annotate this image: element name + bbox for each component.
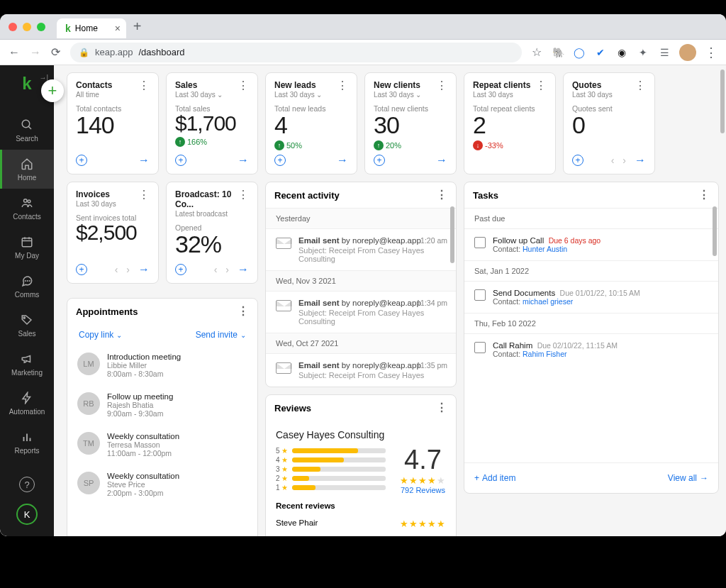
reload-button[interactable]: ⟳ xyxy=(51,45,60,59)
trend-up-icon: ↑ xyxy=(175,137,185,147)
kpi-value: 30 xyxy=(374,111,447,139)
forward-button[interactable]: → xyxy=(30,46,41,59)
nav-search[interactable]: Search xyxy=(0,111,54,150)
mail-icon xyxy=(276,238,291,249)
next-icon[interactable]: › xyxy=(225,264,229,275)
close-window[interactable] xyxy=(9,23,17,31)
kpi-menu-icon[interactable]: ⋮ xyxy=(238,80,249,91)
ext-puzzle-icon[interactable]: ✦ xyxy=(637,46,649,59)
send-invite-button[interactable]: Send invite ⌄ xyxy=(196,330,246,340)
browser-tab[interactable]: k Home × xyxy=(57,18,126,38)
svg-point-2 xyxy=(24,199,28,203)
ext-evernote-icon[interactable]: 🐘 xyxy=(552,46,564,59)
ext-4-icon[interactable]: ◉ xyxy=(615,46,628,59)
activity-item[interactable]: Email sent by noreply@keap.appSubject: R… xyxy=(266,291,456,333)
add-task-button[interactable]: + Add item xyxy=(474,473,515,483)
next-icon[interactable]: › xyxy=(126,264,130,275)
arrow-right-icon[interactable]: → xyxy=(436,154,447,167)
lock-icon: 🔒 xyxy=(79,48,89,57)
kpi-broadcast-co-: Broadcast: 10 Co...Latest broadcast⋮Open… xyxy=(166,182,258,284)
task-item[interactable]: Follow up Call Due 6 days agoContact: Hu… xyxy=(464,228,718,260)
next-icon[interactable]: › xyxy=(622,155,626,166)
copy-link-button[interactable]: Copy link ⌄ xyxy=(79,330,122,340)
chevron-down-icon: ⌄ xyxy=(240,331,246,339)
nav-home[interactable]: Home xyxy=(0,150,54,189)
ext-3-icon[interactable]: ✔ xyxy=(594,46,607,59)
add-icon[interactable]: + xyxy=(175,264,186,275)
ext-2-icon[interactable]: ◯ xyxy=(573,46,586,59)
activity-item[interactable]: Email sent by noreply@keap.appSubject: R… xyxy=(266,228,456,270)
close-tab-icon[interactable]: × xyxy=(115,23,121,34)
reviews-menu-icon[interactable]: ⋮ xyxy=(436,402,447,414)
add-icon[interactable]: + xyxy=(76,155,87,166)
arrow-right-icon[interactable]: → xyxy=(138,154,150,167)
svg-point-3 xyxy=(28,200,30,203)
nav-reports[interactable]: Reports xyxy=(0,423,54,462)
nav-sales[interactable]: Sales xyxy=(0,306,54,345)
back-button[interactable]: ← xyxy=(9,46,20,59)
scrollbar[interactable] xyxy=(720,70,725,133)
appointment-item[interactable]: RBFollow up meetingRajesh Bhatia9:00am -… xyxy=(76,385,249,425)
arrow-right-icon[interactable]: → xyxy=(238,263,249,276)
nav-contacts[interactable]: Contacts xyxy=(0,189,54,228)
activity-menu-icon[interactable]: ⋮ xyxy=(436,189,447,201)
appointments-menu-icon[interactable]: ⋮ xyxy=(238,306,249,317)
bookmark-icon[interactable]: ☆ xyxy=(532,45,542,59)
task-checkbox[interactable] xyxy=(474,237,486,248)
kpi-value: 4 xyxy=(274,111,348,139)
kpi-menu-icon[interactable]: ⋮ xyxy=(635,80,646,91)
kpi-menu-icon[interactable]: ⋮ xyxy=(138,189,150,201)
nav-automation[interactable]: Automation xyxy=(0,384,54,423)
prev-icon[interactable]: ‹ xyxy=(115,264,118,275)
tasks-menu-icon[interactable]: ⋮ xyxy=(698,189,710,201)
minimize-window[interactable] xyxy=(23,23,31,31)
nav-marketing[interactable]: Marketing xyxy=(0,345,54,384)
maximize-window[interactable] xyxy=(37,23,45,31)
quick-add-button[interactable]: + xyxy=(41,79,64,102)
tasks-card: Tasks ⋮ Past dueFollow up Call Due 6 day… xyxy=(464,182,719,494)
profile-button[interactable]: K xyxy=(16,504,38,525)
appointment-item[interactable]: SPWeekly consultationSteve Price2:00pm -… xyxy=(76,465,249,504)
add-icon[interactable]: + xyxy=(374,155,385,166)
kpi-menu-icon[interactable]: ⋮ xyxy=(535,80,547,91)
arrow-right-icon[interactable]: → xyxy=(635,154,646,167)
task-checkbox[interactable] xyxy=(474,342,486,353)
nav-comms[interactable]: Comms xyxy=(0,267,54,306)
kpi-menu-icon[interactable]: ⋮ xyxy=(337,80,348,91)
task-checkbox[interactable] xyxy=(474,289,486,301)
kpi-menu-icon[interactable]: ⋮ xyxy=(238,189,249,201)
prev-icon[interactable]: ‹ xyxy=(214,264,218,275)
add-icon[interactable]: + xyxy=(572,155,583,166)
task-item[interactable]: Call Rahim Due 02/10/22, 11:15 AMContact… xyxy=(464,333,718,365)
prev-icon[interactable]: ‹ xyxy=(611,155,615,166)
url-field[interactable]: 🔒 keap.app/dashboard xyxy=(70,43,522,62)
add-icon[interactable]: + xyxy=(76,264,87,275)
help-button[interactable]: ? xyxy=(19,477,35,492)
contact-link[interactable]: michael grieser xyxy=(523,297,573,306)
app-logo[interactable]: k xyxy=(13,74,41,94)
arrow-right-icon[interactable]: → xyxy=(138,263,150,276)
recent-review-item[interactable]: Steve Phair★★★★★ xyxy=(276,514,446,533)
arrow-right-icon[interactable]: → xyxy=(337,154,348,167)
view-all-tasks-button[interactable]: View all → xyxy=(668,473,708,483)
reviews-count-link[interactable]: 792 Reviews xyxy=(400,486,446,494)
activity-item[interactable]: Email sent by noreply@keap.appSubject: R… xyxy=(266,353,456,387)
nav-my-day[interactable]: My Day xyxy=(0,228,54,267)
contact-link[interactable]: Hunter Austin xyxy=(523,245,567,253)
browser-profile-avatar[interactable] xyxy=(679,44,696,61)
appointment-item[interactable]: TMWeekly consultationTerresa Masson11:00… xyxy=(76,425,249,465)
scrollbar[interactable] xyxy=(450,206,454,263)
kpi-menu-icon[interactable]: ⋮ xyxy=(436,80,447,91)
browser-menu-icon[interactable]: ⋮ xyxy=(705,45,717,60)
new-tab-button[interactable]: + xyxy=(133,18,142,35)
appointment-item[interactable]: LMIntroduction meetingLibbie Miller8:00a… xyxy=(76,345,249,385)
task-item[interactable]: Send Documents Due 01/01/22, 10:15 AMCon… xyxy=(464,281,718,313)
ext-list-icon[interactable]: ☰ xyxy=(658,46,671,59)
add-icon[interactable]: + xyxy=(274,155,286,166)
kpi-value: 0 xyxy=(572,111,646,139)
scrollbar[interactable] xyxy=(713,206,717,256)
arrow-right-icon[interactable]: → xyxy=(238,154,249,167)
kpi-menu-icon[interactable]: ⋮ xyxy=(138,80,150,91)
contact-link[interactable]: Rahim Fisher xyxy=(523,350,566,358)
add-icon[interactable]: + xyxy=(175,155,186,166)
